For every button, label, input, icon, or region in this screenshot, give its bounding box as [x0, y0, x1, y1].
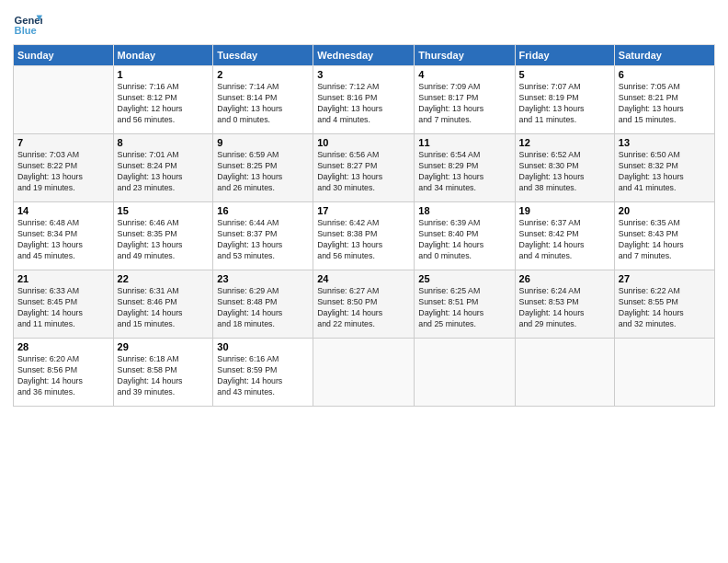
day-number: 14: [17, 205, 109, 216]
calendar-week-2: 7Sunrise: 7:03 AM Sunset: 8:22 PM Daylig…: [14, 134, 715, 202]
calendar-cell: 5Sunrise: 7:07 AM Sunset: 8:19 PM Daylig…: [515, 66, 614, 134]
day-info: Sunrise: 6:22 AM Sunset: 8:55 PM Dayligh…: [619, 286, 711, 330]
col-header-sunday: Sunday: [14, 45, 114, 66]
day-info: Sunrise: 6:20 AM Sunset: 8:56 PM Dayligh…: [17, 354, 109, 398]
day-number: 24: [317, 273, 410, 284]
day-number: 11: [418, 137, 510, 148]
day-info: Sunrise: 6:37 AM Sunset: 8:42 PM Dayligh…: [519, 218, 610, 262]
day-info: Sunrise: 6:33 AM Sunset: 8:45 PM Dayligh…: [17, 286, 109, 330]
header-row: SundayMondayTuesdayWednesdayThursdayFrid…: [14, 45, 715, 66]
day-number: 10: [317, 137, 410, 148]
col-header-monday: Monday: [113, 45, 213, 66]
day-number: 23: [217, 273, 309, 284]
calendar-cell: 20Sunrise: 6:35 AM Sunset: 8:43 PM Dayli…: [614, 202, 714, 270]
day-info: Sunrise: 7:05 AM Sunset: 8:21 PM Dayligh…: [619, 82, 711, 126]
calendar-cell: 15Sunrise: 6:46 AM Sunset: 8:35 PM Dayli…: [113, 202, 213, 270]
calendar-table: SundayMondayTuesdayWednesdayThursdayFrid…: [13, 44, 715, 407]
calendar-cell: 30Sunrise: 6:16 AM Sunset: 8:59 PM Dayli…: [213, 339, 313, 407]
day-number: 17: [317, 205, 410, 216]
calendar-cell: 6Sunrise: 7:05 AM Sunset: 8:21 PM Daylig…: [614, 66, 714, 134]
calendar-cell: [313, 339, 415, 407]
main-container: General Blue SundayMondayTuesdayWednesda…: [0, 0, 728, 563]
day-number: 28: [17, 341, 109, 352]
day-info: Sunrise: 7:03 AM Sunset: 8:22 PM Dayligh…: [17, 150, 109, 194]
calendar-cell: [415, 339, 515, 407]
day-number: 15: [118, 205, 210, 216]
calendar-cell: 12Sunrise: 6:52 AM Sunset: 8:30 PM Dayli…: [515, 134, 614, 202]
col-header-wednesday: Wednesday: [313, 45, 415, 66]
day-number: 3: [317, 69, 410, 80]
day-number: 8: [118, 137, 210, 148]
day-number: 7: [17, 137, 109, 148]
day-number: 20: [619, 205, 711, 216]
header: General Blue: [13, 9, 715, 39]
day-number: 16: [217, 205, 309, 216]
day-info: Sunrise: 6:52 AM Sunset: 8:30 PM Dayligh…: [519, 150, 610, 194]
day-number: 22: [118, 273, 210, 284]
day-info: Sunrise: 6:18 AM Sunset: 8:58 PM Dayligh…: [118, 354, 210, 398]
day-info: Sunrise: 6:16 AM Sunset: 8:59 PM Dayligh…: [217, 354, 309, 398]
calendar-cell: [515, 339, 614, 407]
svg-text:Blue: Blue: [15, 25, 37, 36]
calendar-cell: 19Sunrise: 6:37 AM Sunset: 8:42 PM Dayli…: [515, 202, 614, 270]
day-info: Sunrise: 6:46 AM Sunset: 8:35 PM Dayligh…: [118, 218, 210, 262]
day-number: 1: [118, 69, 210, 80]
calendar-cell: 26Sunrise: 6:24 AM Sunset: 8:53 PM Dayli…: [515, 270, 614, 339]
col-header-friday: Friday: [515, 45, 614, 66]
day-info: Sunrise: 6:35 AM Sunset: 8:43 PM Dayligh…: [619, 218, 711, 262]
calendar-week-4: 21Sunrise: 6:33 AM Sunset: 8:45 PM Dayli…: [14, 270, 715, 339]
calendar-cell: 1Sunrise: 7:16 AM Sunset: 8:12 PM Daylig…: [113, 66, 213, 134]
calendar-week-5: 28Sunrise: 6:20 AM Sunset: 8:56 PM Dayli…: [14, 339, 715, 407]
calendar-week-1: 1Sunrise: 7:16 AM Sunset: 8:12 PM Daylig…: [14, 66, 715, 134]
day-info: Sunrise: 6:56 AM Sunset: 8:27 PM Dayligh…: [317, 150, 410, 194]
col-header-saturday: Saturday: [614, 45, 714, 66]
day-number: 4: [418, 69, 510, 80]
day-number: 9: [217, 137, 309, 148]
day-number: 13: [619, 137, 711, 148]
calendar-cell: 16Sunrise: 6:44 AM Sunset: 8:37 PM Dayli…: [213, 202, 313, 270]
day-info: Sunrise: 6:59 AM Sunset: 8:25 PM Dayligh…: [217, 150, 309, 194]
day-info: Sunrise: 6:44 AM Sunset: 8:37 PM Dayligh…: [217, 218, 309, 262]
logo-icon: General Blue: [13, 9, 42, 39]
calendar-cell: 13Sunrise: 6:50 AM Sunset: 8:32 PM Dayli…: [614, 134, 714, 202]
day-number: 27: [619, 273, 711, 284]
calendar-cell: 7Sunrise: 7:03 AM Sunset: 8:22 PM Daylig…: [14, 134, 114, 202]
day-info: Sunrise: 6:24 AM Sunset: 8:53 PM Dayligh…: [519, 286, 610, 330]
calendar-cell: 23Sunrise: 6:29 AM Sunset: 8:48 PM Dayli…: [213, 270, 313, 339]
calendar-week-3: 14Sunrise: 6:48 AM Sunset: 8:34 PM Dayli…: [14, 202, 715, 270]
day-number: 25: [418, 273, 510, 284]
calendar-cell: 28Sunrise: 6:20 AM Sunset: 8:56 PM Dayli…: [14, 339, 114, 407]
calendar-cell: 2Sunrise: 7:14 AM Sunset: 8:14 PM Daylig…: [213, 66, 313, 134]
day-number: 30: [217, 341, 309, 352]
calendar-cell: 25Sunrise: 6:25 AM Sunset: 8:51 PM Dayli…: [415, 270, 515, 339]
day-number: 12: [519, 137, 610, 148]
calendar-cell: 17Sunrise: 6:42 AM Sunset: 8:38 PM Dayli…: [313, 202, 415, 270]
day-number: 6: [619, 69, 711, 80]
calendar-cell: 9Sunrise: 6:59 AM Sunset: 8:25 PM Daylig…: [213, 134, 313, 202]
calendar-cell: 24Sunrise: 6:27 AM Sunset: 8:50 PM Dayli…: [313, 270, 415, 339]
col-header-tuesday: Tuesday: [213, 45, 313, 66]
calendar-cell: 10Sunrise: 6:56 AM Sunset: 8:27 PM Dayli…: [313, 134, 415, 202]
calendar-cell: [614, 339, 714, 407]
day-number: 18: [418, 205, 510, 216]
calendar-cell: 18Sunrise: 6:39 AM Sunset: 8:40 PM Dayli…: [415, 202, 515, 270]
calendar-cell: 22Sunrise: 6:31 AM Sunset: 8:46 PM Dayli…: [113, 270, 213, 339]
day-info: Sunrise: 7:01 AM Sunset: 8:24 PM Dayligh…: [118, 150, 210, 194]
day-info: Sunrise: 6:50 AM Sunset: 8:32 PM Dayligh…: [619, 150, 711, 194]
day-info: Sunrise: 6:48 AM Sunset: 8:34 PM Dayligh…: [17, 218, 109, 262]
calendar-cell: 4Sunrise: 7:09 AM Sunset: 8:17 PM Daylig…: [415, 66, 515, 134]
calendar-cell: 29Sunrise: 6:18 AM Sunset: 8:58 PM Dayli…: [113, 339, 213, 407]
day-info: Sunrise: 7:16 AM Sunset: 8:12 PM Dayligh…: [118, 82, 210, 126]
day-info: Sunrise: 6:42 AM Sunset: 8:38 PM Dayligh…: [317, 218, 410, 262]
calendar-cell: 14Sunrise: 6:48 AM Sunset: 8:34 PM Dayli…: [14, 202, 114, 270]
day-number: 26: [519, 273, 610, 284]
calendar-cell: 8Sunrise: 7:01 AM Sunset: 8:24 PM Daylig…: [113, 134, 213, 202]
day-info: Sunrise: 6:29 AM Sunset: 8:48 PM Dayligh…: [217, 286, 309, 330]
calendar-cell: 11Sunrise: 6:54 AM Sunset: 8:29 PM Dayli…: [415, 134, 515, 202]
day-info: Sunrise: 6:27 AM Sunset: 8:50 PM Dayligh…: [317, 286, 410, 330]
logo: General Blue: [13, 9, 42, 39]
day-number: 19: [519, 205, 610, 216]
day-info: Sunrise: 6:39 AM Sunset: 8:40 PM Dayligh…: [418, 218, 510, 262]
day-info: Sunrise: 7:12 AM Sunset: 8:16 PM Dayligh…: [317, 82, 410, 126]
col-header-thursday: Thursday: [415, 45, 515, 66]
